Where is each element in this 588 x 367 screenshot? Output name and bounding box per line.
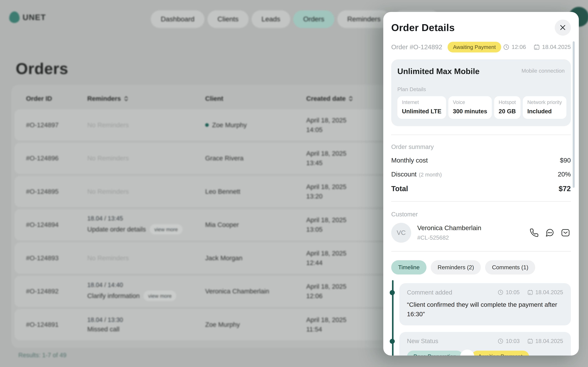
plan-chip-hotspot: Hotspot 20 GB — [494, 96, 520, 119]
clock-icon — [503, 44, 509, 50]
status-from-badge: Docs Preparation — [407, 351, 463, 356]
customer-name: Veronica Chamberlain — [417, 224, 481, 232]
column-header-order-id: Order ID — [26, 95, 87, 102]
mail-icon — [561, 228, 570, 237]
plan-type: Mobile connection — [521, 67, 565, 74]
tab-timeline[interactable]: Timeline — [391, 260, 426, 275]
view-more-button[interactable]: view more — [150, 224, 182, 234]
plan-name: Unlimited Max Mobile — [397, 67, 480, 76]
order-time: 12:06 — [512, 44, 526, 50]
timeline-dot — [390, 339, 395, 344]
panel-title: Order Details — [391, 20, 455, 33]
timeline-event-status: New Status 10:03 18.04.2025 Docs Prepara… — [399, 332, 571, 356]
tab-comments[interactable]: Comments (1) — [485, 260, 535, 275]
divider — [391, 201, 571, 202]
timeline-event-comment: Comment added 10:05 18.04.2025 “Client c… — [399, 283, 571, 325]
calendar-icon — [527, 290, 533, 295]
arrow-right-icon: → — [460, 350, 474, 356]
column-header-reminders[interactable]: Reminders — [87, 95, 205, 102]
sort-icon[interactable] — [349, 96, 353, 102]
close-icon — [560, 25, 566, 31]
status-to-badge: Awaiting Payment — [472, 351, 529, 356]
order-number: Order #O-124892 — [391, 43, 442, 51]
plan-details-label: Plan Details — [397, 86, 565, 92]
client-status-dot — [205, 123, 209, 127]
app-root: UNET Dashboard Clients Leads Orders Remi… — [0, 0, 588, 367]
sort-icon[interactable] — [124, 96, 128, 102]
plan-chip-voice: Voice 300 minutes — [448, 96, 492, 119]
results-count: Results: 1-7 of 49 — [18, 352, 67, 359]
total-value: $72 — [559, 184, 571, 193]
monthly-cost-value: $90 — [560, 157, 571, 164]
nav-item-dashboard[interactable]: Dashboard — [151, 10, 204, 28]
discount-value: 20% — [558, 171, 571, 178]
plan-card: Unlimited Max Mobile Mobile connection P… — [391, 59, 571, 126]
panel-tabs: Timeline Reminders (2) Comments (1) — [391, 260, 571, 275]
plan-chip-internet: Internet Unlimited LTE — [397, 96, 446, 119]
message-button[interactable] — [544, 227, 555, 238]
summary-total-row: Total $72 — [391, 184, 571, 193]
divider — [391, 251, 571, 251]
customer-label: Customer — [391, 211, 571, 218]
close-button[interactable] — [555, 20, 571, 36]
clock-icon — [498, 290, 503, 295]
customer-id: #CL-525682 — [417, 234, 481, 241]
timeline-dot — [390, 290, 395, 295]
status-badge: Awaiting Payment — [448, 42, 501, 52]
page-title: Orders — [16, 60, 69, 78]
clock-icon — [498, 338, 503, 344]
plan-chip-network-priority: Network priority Included — [523, 96, 567, 119]
calendar-icon — [527, 338, 533, 344]
brand-logo-icon — [9, 11, 20, 23]
customer-avatar: VC — [391, 223, 411, 243]
tab-reminders[interactable]: Reminders (2) — [431, 260, 481, 275]
order-date: 18.04.2025 — [542, 44, 571, 50]
brand-name: UNET — [23, 13, 46, 22]
view-more-button[interactable]: view more — [144, 291, 176, 301]
summary-monthly-row: Monthly cost $90 — [391, 157, 571, 164]
nav-item-reminders[interactable]: Reminders — [337, 10, 391, 28]
nav-item-clients[interactable]: Clients — [208, 10, 249, 28]
calendar-icon — [534, 44, 540, 50]
chat-icon — [545, 228, 554, 237]
brand-logo[interactable]: UNET — [9, 11, 46, 23]
column-header-client: Client — [205, 95, 306, 102]
call-button[interactable] — [529, 227, 539, 238]
order-summary-label: Order summary — [391, 143, 571, 150]
panel-scrollbar[interactable] — [573, 41, 575, 188]
divider — [391, 134, 571, 135]
order-details-panel: Order Details Order #O-124892 Awaiting P… — [383, 12, 579, 356]
summary-discount-row: Discount (2 month) 20% — [391, 171, 571, 178]
email-button[interactable] — [560, 227, 571, 238]
comment-text: “Client confirmed they will complete the… — [407, 300, 568, 319]
timeline: Comment added 10:05 18.04.2025 “Client c… — [391, 283, 571, 356]
nav-item-orders[interactable]: Orders — [293, 10, 334, 28]
phone-icon — [529, 228, 539, 237]
nav-item-leads[interactable]: Leads — [251, 10, 290, 28]
